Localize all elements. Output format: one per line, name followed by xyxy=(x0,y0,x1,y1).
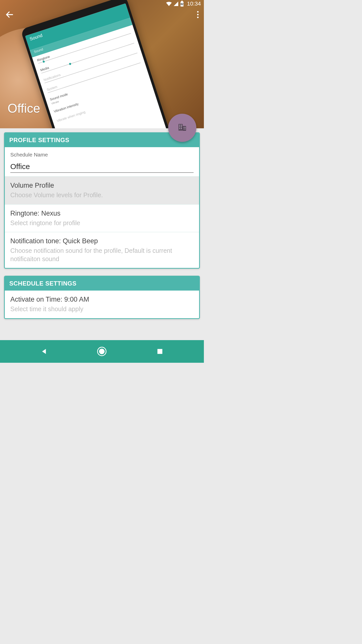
svg-rect-17 xyxy=(185,129,186,129)
profile-settings-card: PROFILE SETTINGS Schedule Name Volume Pr… xyxy=(4,132,200,269)
svg-point-4 xyxy=(197,14,199,15)
volume-profile-title: Volume Profile xyxy=(10,182,194,189)
more-options-button[interactable] xyxy=(197,11,199,19)
profile-settings-header: PROFILE SETTINGS xyxy=(5,133,199,147)
schedule-settings-card: SCHEDULE SETTINGS Activate on Time: 9:00… xyxy=(4,276,200,319)
schedule-name-input[interactable] xyxy=(10,161,194,173)
building-icon xyxy=(177,122,187,133)
notification-tone-title: Notification tone: Quick Beep xyxy=(10,237,194,245)
svg-point-3 xyxy=(197,11,199,13)
nav-recent-button[interactable] xyxy=(152,344,167,359)
status-bar: 82 10:34 xyxy=(0,0,204,8)
ringtone-title: Ringtone: Nexus xyxy=(10,210,194,217)
svg-rect-6 xyxy=(178,124,183,131)
activate-time-item[interactable]: Activate on Time: 9:00 AM Select time it… xyxy=(5,291,199,318)
svg-rect-20 xyxy=(157,349,162,354)
svg-rect-15 xyxy=(185,127,186,128)
svg-rect-9 xyxy=(181,125,182,126)
svg-rect-16 xyxy=(184,129,184,129)
svg-rect-12 xyxy=(179,128,180,129)
back-button[interactable] xyxy=(5,10,14,20)
notification-tone-subtitle: Choose notification sound for the profil… xyxy=(10,247,194,263)
navigation-bar xyxy=(0,340,204,363)
battery-icon: 82 xyxy=(180,1,184,7)
svg-rect-8 xyxy=(179,125,180,126)
activate-time-subtitle: Select time it should apply xyxy=(10,305,194,313)
svg-rect-14 xyxy=(184,127,184,128)
svg-point-19 xyxy=(99,349,105,354)
page-title: Office xyxy=(8,101,40,116)
fab-building-button[interactable] xyxy=(168,114,196,142)
content-area: PROFILE SETTINGS Schedule Name Volume Pr… xyxy=(0,128,204,330)
schedule-name-label: Schedule Name xyxy=(10,152,194,158)
svg-rect-10 xyxy=(179,127,180,127)
svg-rect-11 xyxy=(181,127,182,127)
svg-point-5 xyxy=(197,17,199,18)
app-bar xyxy=(0,10,204,20)
notification-tone-item[interactable]: Notification tone: Quick Beep Choose not… xyxy=(5,232,199,268)
volume-profile-item[interactable]: Volume Profile Choose Volume levels for … xyxy=(5,176,199,204)
activate-time-title: Activate on Time: 9:00 AM xyxy=(10,296,194,303)
schedule-name-row: Schedule Name xyxy=(5,147,199,176)
nav-home-button[interactable] xyxy=(94,344,109,359)
header-image: Sound Sound Ringtone Media Notifications… xyxy=(0,0,204,128)
ringtone-subtitle: Select ringtone for profile xyxy=(10,219,194,227)
clock: 10:34 xyxy=(187,1,201,7)
wifi-icon xyxy=(166,1,172,6)
svg-rect-7 xyxy=(183,126,186,131)
svg-rect-1 xyxy=(181,1,183,2)
battery-level: 82 xyxy=(180,3,183,6)
ringtone-item[interactable]: Ringtone: Nexus Select ringtone for prof… xyxy=(5,204,199,232)
nav-back-button[interactable] xyxy=(36,344,52,359)
schedule-settings-header: SCHEDULE SETTINGS xyxy=(5,276,199,291)
volume-profile-subtitle: Choose Volume levels for Profile. xyxy=(10,191,194,199)
signal-icon xyxy=(173,1,178,6)
svg-rect-13 xyxy=(181,128,182,129)
